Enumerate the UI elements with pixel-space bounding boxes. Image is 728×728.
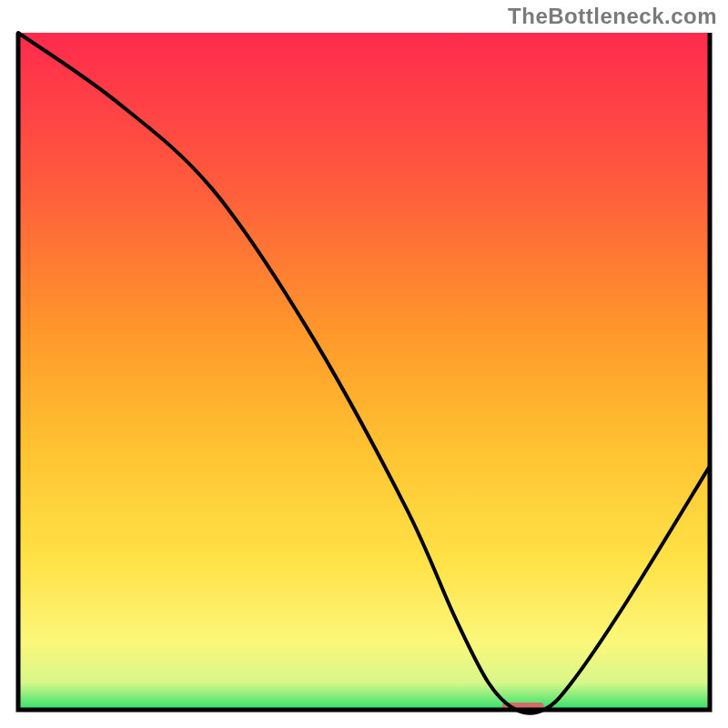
watermark-text: TheBottleneck.com — [508, 4, 717, 29]
plot-background — [18, 33, 710, 710]
bottleneck-chart — [0, 0, 728, 728]
chart-container: TheBottleneck.com — [0, 0, 728, 728]
